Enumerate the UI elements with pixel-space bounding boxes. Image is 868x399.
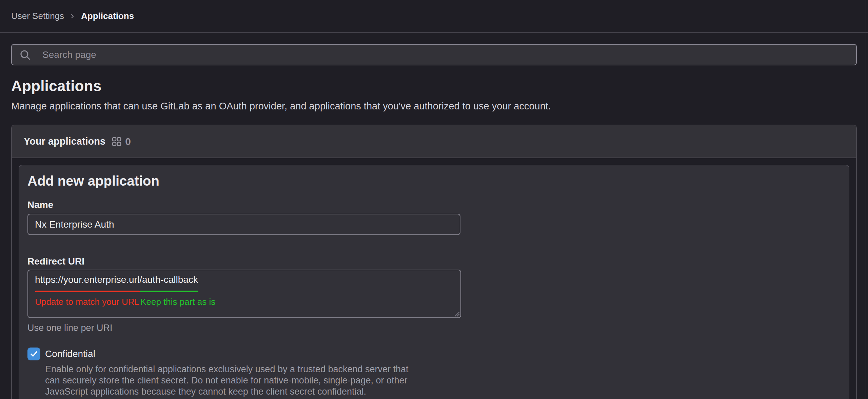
confidential-help-text: Enable only for confidential application… xyxy=(45,364,841,397)
redirect-uri-hint: Use one line per URI xyxy=(27,323,841,333)
breadcrumb-applications: Applications xyxy=(81,11,134,21)
check-icon xyxy=(29,350,38,358)
green-annotation-label: Keep this part as is xyxy=(140,297,215,307)
grid-applications-icon xyxy=(112,136,122,147)
chevron-right-icon xyxy=(70,13,76,19)
name-label: Name xyxy=(27,200,841,210)
your-applications-header: Your applications 0 xyxy=(12,125,856,158)
redirect-uri-textarea[interactable]: https://your.enterprise.url Update to ma… xyxy=(27,270,461,318)
confidential-checkbox-row: Confidential xyxy=(27,348,841,360)
applications-count-badge: 0 xyxy=(125,136,131,147)
your-applications-title: Your applications xyxy=(24,136,105,147)
your-applications-card: Your applications 0 Add new application … xyxy=(11,125,857,399)
redirect-uri-callback-part: /auth-callback Keep this part as is xyxy=(139,274,198,285)
confidential-checkbox[interactable] xyxy=(27,348,40,360)
top-bar: User Settings Applications xyxy=(0,0,868,33)
page-description: Manage applications that can use GitLab … xyxy=(11,101,857,112)
breadcrumb-user-settings[interactable]: User Settings xyxy=(11,11,64,21)
breadcrumb: User Settings Applications xyxy=(11,11,134,21)
page-title: Applications xyxy=(11,78,857,94)
search-bar xyxy=(11,44,857,65)
redirect-uri-label: Redirect URI xyxy=(27,256,841,267)
red-annotation-label: Update to match your URL xyxy=(35,297,139,307)
your-applications-body: Add new application Name Redirect URI ht… xyxy=(12,158,856,399)
add-new-application-panel: Add new application Name Redirect URI ht… xyxy=(19,165,849,399)
green-underline-annotation xyxy=(140,291,198,292)
name-input[interactable] xyxy=(27,214,460,235)
window-edge-line xyxy=(866,0,866,399)
confidential-label[interactable]: Confidential xyxy=(45,348,95,359)
add-new-application-title: Add new application xyxy=(27,173,841,189)
search-input[interactable] xyxy=(11,44,857,65)
textarea-resize-handle[interactable] xyxy=(454,311,460,317)
red-underline-annotation xyxy=(35,291,140,292)
redirect-uri-host-part: https://your.enterprise.url Update to ma… xyxy=(35,274,139,285)
